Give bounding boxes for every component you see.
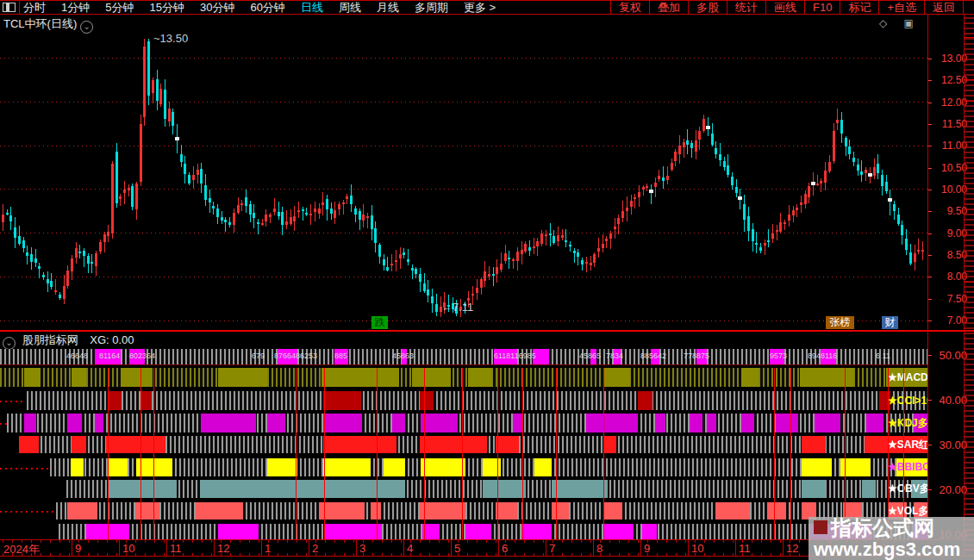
month-tick xyxy=(41,553,41,556)
month-tick xyxy=(647,553,648,556)
month-tick xyxy=(287,540,288,543)
indicator-segment xyxy=(106,436,165,453)
indicator-segment xyxy=(468,368,492,387)
month-tick xyxy=(126,553,127,556)
month-tick xyxy=(154,540,155,543)
indicator-row-cci: ★CCI>100 xyxy=(27,391,927,410)
indicator-segment xyxy=(218,524,259,539)
month-tick xyxy=(249,553,250,556)
signal-line xyxy=(790,368,791,540)
month-tick xyxy=(325,540,326,543)
price-tick-label: 9.50 xyxy=(933,205,967,217)
month-tick xyxy=(315,540,316,543)
month-tick xyxy=(154,553,155,556)
barcode-number: 885 xyxy=(334,352,347,360)
price-tick-label: 11.50 xyxy=(933,118,967,130)
indicator-site-name: 股朋指标网 xyxy=(22,333,78,346)
signal-line xyxy=(845,368,846,540)
month-tick xyxy=(714,540,715,543)
period-tab-6[interactable]: 60分钟 xyxy=(250,1,284,14)
indicator-segment xyxy=(140,391,152,410)
toolbar-button-3[interactable]: 多股 xyxy=(688,1,727,14)
barcode-number: 885642 xyxy=(640,352,666,360)
period-tab-4[interactable]: 15分钟 xyxy=(149,1,184,14)
month-tick xyxy=(467,540,468,543)
month-tick xyxy=(439,540,440,543)
indicator-segment xyxy=(384,458,405,476)
chart-badge[interactable]: 张榜 xyxy=(826,316,854,329)
month-tick xyxy=(676,540,677,543)
month-tick xyxy=(553,553,553,556)
watermark-logo-icon xyxy=(814,520,827,534)
month-tick xyxy=(334,540,335,543)
toolbar-button-9[interactable]: 返回 xyxy=(924,1,964,14)
indicator-segment xyxy=(421,458,465,476)
indicator-tick-label: 50.00 xyxy=(933,349,967,362)
period-tab-1[interactable]: 分时 xyxy=(23,1,46,14)
indicator-segment xyxy=(135,502,159,520)
indicator-segment xyxy=(67,414,82,432)
month-tick xyxy=(69,553,70,556)
right-scroll-strip[interactable] xyxy=(965,15,974,557)
indicator-segment xyxy=(71,458,84,476)
barcode-number: 778875 xyxy=(684,352,709,360)
barcode-number: 6 11 xyxy=(876,352,890,360)
period-tab-2[interactable]: 1分钟 xyxy=(61,1,90,14)
month-tick xyxy=(619,553,620,556)
month-tick xyxy=(590,540,591,543)
toolbar-button-7[interactable]: 标记 xyxy=(840,1,878,14)
chart-badge[interactable]: 跌 xyxy=(371,316,388,329)
signal-line xyxy=(774,368,775,540)
toolbar-divider xyxy=(19,1,20,14)
month-divider xyxy=(356,540,357,556)
month-tick xyxy=(3,540,3,543)
month-tick xyxy=(448,553,449,556)
indicator-segment xyxy=(24,414,36,432)
row-left-dots xyxy=(0,511,54,513)
row-left-dots xyxy=(0,423,7,425)
period-tab-5[interactable]: 30分钟 xyxy=(200,1,234,14)
month-tick xyxy=(590,553,591,556)
barcode-number: 802364 xyxy=(129,352,155,360)
month-tick xyxy=(609,553,610,556)
month-tick xyxy=(543,553,544,556)
indicator-segment xyxy=(121,368,152,387)
month-tick xyxy=(458,540,459,543)
signal-line xyxy=(462,368,463,540)
month-tick xyxy=(477,540,478,543)
period-tab-8[interactable]: 周线 xyxy=(339,1,361,14)
month-tick xyxy=(439,553,440,556)
chart-badge[interactable]: 财 xyxy=(882,316,898,329)
toolbar-button-1[interactable]: 复权 xyxy=(610,1,649,14)
month-tick xyxy=(609,540,610,543)
indicator-segment xyxy=(741,414,754,432)
period-tab-10[interactable]: 多周期 xyxy=(415,1,448,14)
indicator-row-sig xyxy=(59,524,927,539)
month-divider xyxy=(546,540,546,556)
toolbar-button-8[interactable]: +自选 xyxy=(878,1,924,14)
indicator-segment xyxy=(392,414,405,432)
toolbar-button-4[interactable]: 统计 xyxy=(727,1,765,14)
indicator-segment xyxy=(496,436,519,453)
toolbar-button-2[interactable]: 叠加 xyxy=(649,1,688,14)
period-tab-11[interactable]: 更多 > xyxy=(464,1,496,14)
period-tab-9[interactable]: 月线 xyxy=(377,1,399,14)
corner-icons[interactable]: ◇ ▣ xyxy=(879,17,921,29)
row-left-dots xyxy=(0,468,48,470)
indicator-segment xyxy=(267,414,285,432)
month-tick xyxy=(221,553,222,556)
month-tick xyxy=(145,540,146,543)
month-tick xyxy=(334,553,335,556)
period-tab-3[interactable]: 5分钟 xyxy=(105,1,134,14)
toolbar-button-6[interactable]: F10 xyxy=(804,1,840,14)
month-tick xyxy=(88,540,89,543)
month-tick xyxy=(695,553,696,556)
period-tab-7[interactable]: 日线 xyxy=(301,1,323,14)
month-tick xyxy=(496,553,496,556)
toolbar-button-5[interactable]: 画线 xyxy=(765,1,804,14)
split-pane-icon[interactable] xyxy=(3,3,16,12)
month-tick xyxy=(771,553,771,556)
strip-separator xyxy=(965,282,974,283)
signal-line xyxy=(296,368,297,540)
month-tick xyxy=(259,540,259,543)
